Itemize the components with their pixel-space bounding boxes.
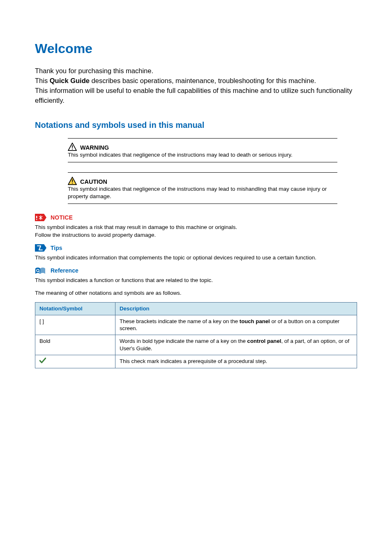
desc-a: This check mark indicates a prerequisite…: [120, 358, 267, 364]
desc-bold: touch panel: [240, 318, 270, 324]
svg-rect-1: [72, 148, 73, 149]
caution-triangle-icon: [68, 177, 77, 185]
tips-row: Tips: [35, 244, 357, 252]
table-cell-desc: Words in bold type indicate the name of …: [115, 335, 357, 355]
svg-rect-5: [36, 216, 37, 218]
intro-line2-suffix: describes basic operations, maintenance,…: [90, 77, 316, 84]
table-row: Bold Words in bold type indicate the nam…: [35, 335, 357, 355]
notice-label: NOTICE: [51, 214, 73, 221]
notice-row: NOTICE: [35, 214, 357, 221]
table-cell-desc: This check mark indicates a prerequisite…: [115, 355, 357, 368]
page-title: Welcome: [35, 41, 357, 56]
notice-text: This symbol indicates a risk that may re…: [35, 224, 357, 239]
tips-label: Tips: [51, 245, 62, 251]
intro-line2-prefix: This: [35, 77, 50, 84]
intro-paragraph: Thank you for purchasing this machine. T…: [35, 66, 357, 106]
notice-flag-icon: [35, 214, 46, 221]
tips-flag-icon: [35, 244, 46, 252]
notation-table: Notation/Symbol Description [ ] These br…: [35, 302, 357, 368]
desc-a: These brackets indicate the name of a ke…: [120, 318, 240, 324]
desc-bold: control panel: [247, 338, 281, 344]
caution-text: This symbol indicates that negligence of…: [68, 185, 337, 200]
notice-text-1: This symbol indicates a risk that may re…: [35, 224, 237, 230]
intro-line-1: Thank you for purchasing this machine.: [35, 66, 357, 76]
table-cell-desc: These brackets indicate the name of a ke…: [115, 315, 357, 335]
svg-rect-0: [72, 145, 73, 148]
caution-block: CAUTION This symbol indicates that negli…: [68, 172, 337, 204]
table-header-notation: Notation/Symbol: [35, 302, 115, 315]
intro-line-3: This information will be useful to enabl…: [35, 86, 357, 106]
svg-marker-7: [35, 244, 46, 252]
other-notations-note: The meaning of other notations and symbo…: [35, 289, 357, 297]
tips-text: This symbol indicates information that c…: [35, 254, 357, 262]
intro-line-2: This Quick Guide describes basic operati…: [35, 76, 357, 86]
table-header-description: Description: [115, 302, 357, 315]
svg-point-6: [36, 219, 37, 220]
svg-rect-3: [72, 183, 73, 183]
warning-block: WARNING This symbol indicates that negli…: [68, 138, 337, 162]
warning-label: WARNING: [80, 144, 109, 151]
notice-text-2: Follow the instructions to avoid propert…: [35, 232, 156, 238]
reference-book-icon: [35, 267, 46, 274]
table-cell-symbol: [ ]: [35, 315, 115, 335]
warning-triangle-icon: [68, 143, 77, 151]
warning-text: This symbol indicates that negligence of…: [68, 151, 337, 159]
reference-label: Reference: [51, 267, 78, 274]
desc-a: Words in bold type indicate the name of …: [120, 338, 247, 344]
table-row: [ ] These brackets indicate the name of …: [35, 315, 357, 335]
check-icon: [39, 358, 46, 363]
table-cell-symbol: Bold: [35, 335, 115, 355]
caution-label: CAUTION: [80, 178, 107, 185]
table-cell-symbol: [35, 355, 115, 368]
quick-guide-bold: Quick Guide: [50, 77, 90, 84]
section-heading-notations: Notations and symbols used in this manua…: [35, 120, 357, 130]
svg-rect-2: [72, 179, 73, 182]
reference-text: This symbol indicates a function or func…: [35, 277, 357, 284]
table-row: This check mark indicates a prerequisite…: [35, 355, 357, 368]
reference-row: Reference: [35, 267, 357, 274]
